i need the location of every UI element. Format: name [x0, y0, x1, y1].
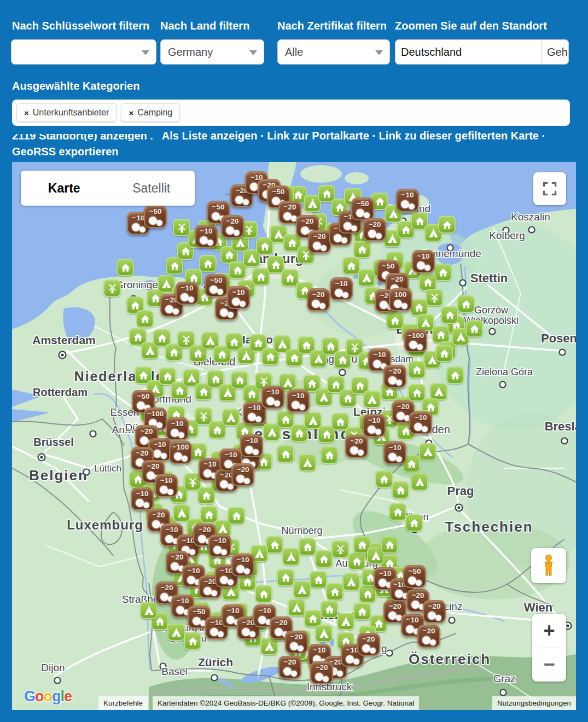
map-cluster-marker[interactable]: ~10 [363, 414, 386, 437]
map-cluster-marker[interactable]: ~50 [403, 565, 426, 588]
map-cluster-marker[interactable]: ~20 [231, 463, 254, 486]
remove-chip-icon[interactable]: × [129, 108, 133, 118]
map-canvas[interactable]: AmsterdamRotterdamNiederlandeAntwerpenBr… [12, 162, 576, 710]
map-marker-house-icon[interactable] [342, 257, 360, 275]
map-marker-windmill-icon[interactable] [173, 219, 190, 236]
map-marker-house-icon[interactable] [321, 446, 338, 464]
map-cluster-marker[interactable]: ~20 [308, 230, 331, 253]
map-cluster-marker[interactable]: ~20 [221, 215, 244, 238]
certificate-filter-select[interactable]: Alle [277, 39, 390, 65]
map-cluster-marker[interactable]: ~10 [155, 474, 178, 497]
zoom-out-button[interactable]: − [532, 648, 566, 682]
map-marker-tent-icon[interactable] [167, 624, 185, 641]
remove-chip-icon[interactable]: × [24, 108, 29, 118]
map-marker-house-icon[interactable] [277, 445, 294, 463]
map-cluster-marker[interactable]: ~50 [351, 197, 374, 220]
map-cluster-marker[interactable]: ~10 [409, 411, 432, 434]
map-marker-windmill-icon[interactable] [426, 289, 443, 306]
map-cluster-marker[interactable]: ~10 [227, 286, 250, 309]
map-marker-house-icon[interactable] [228, 507, 245, 525]
map-cluster-marker[interactable]: ~20 [307, 288, 330, 311]
map-marker-house-icon[interactable] [408, 361, 426, 379]
map-cluster-marker[interactable]: ~20 [357, 633, 380, 656]
map-cluster-marker[interactable]: ~10 [240, 434, 263, 457]
map-marker-house-icon[interactable] [353, 603, 371, 620]
map-marker-house-icon[interactable] [277, 569, 294, 586]
map-cluster-marker[interactable]: ~20 [285, 631, 308, 654]
map-marker-tent-icon[interactable] [282, 548, 300, 566]
map-marker-house-icon[interactable] [184, 632, 201, 650]
map-marker-tent-icon[interactable] [363, 391, 381, 408]
category-chip-unterkunftsanbieter[interactable]: × Unterkunftsanbieter [16, 103, 117, 122]
map-cluster-marker[interactable]: ~20 [383, 365, 406, 388]
map-cluster-marker[interactable]: ~10 [131, 487, 154, 510]
map-marker-house-icon[interactable] [353, 241, 371, 258]
map-marker-house-icon[interactable] [375, 470, 393, 488]
map-cluster-marker[interactable]: ~20 [363, 218, 386, 241]
map-cluster-marker[interactable]: ~100 [404, 329, 427, 352]
map-marker-tent-icon[interactable] [293, 581, 311, 598]
map-marker-tent-icon[interactable] [315, 625, 333, 642]
map-marker-house-icon[interactable] [136, 310, 154, 328]
map-cluster-marker[interactable]: ~10 [383, 441, 406, 464]
map-cluster-marker[interactable]: ~20 [345, 435, 368, 458]
map-cluster-marker[interactable]: ~50 [205, 274, 228, 297]
map-marker-house-icon[interactable] [457, 295, 475, 313]
map-cluster-marker[interactable]: ~10 [396, 189, 419, 212]
map-cluster-marker[interactable]: ~10 [261, 386, 284, 409]
map-marker-windmill-icon[interactable] [331, 540, 349, 558]
map-marker-tent-icon[interactable] [342, 573, 360, 591]
map-cluster-marker[interactable]: ~10 [412, 250, 435, 273]
map-marker-house-icon[interactable] [392, 481, 409, 499]
map-marker-house-icon[interactable] [446, 366, 464, 384]
map-marker-tent-icon[interactable] [140, 602, 158, 619]
map-marker-house-icon[interactable] [299, 538, 316, 556]
map-marker-house-icon[interactable] [434, 264, 452, 281]
map-cluster-marker[interactable]: 100 [389, 288, 412, 311]
map-marker-house-icon[interactable] [465, 320, 483, 337]
map-marker-house-icon[interactable] [310, 571, 327, 589]
map-marker-house-icon[interactable] [315, 550, 333, 568]
terms-of-use-link[interactable]: Nutzungsbedingungen [492, 696, 576, 710]
map-type-karte-button[interactable]: Karte [21, 171, 108, 206]
keyword-filter-select[interactable] [11, 39, 156, 65]
map-marker-house-icon[interactable] [359, 585, 376, 603]
pegman-streetview-button[interactable] [531, 548, 566, 583]
map-marker-house-icon[interactable] [321, 601, 338, 618]
location-search-input[interactable] [395, 40, 541, 64]
map-cluster-marker[interactable]: ~20 [278, 656, 301, 679]
country-filter-select[interactable]: Germany [160, 39, 264, 65]
map-cluster-marker[interactable]: ~20 [423, 600, 446, 623]
map-cluster-marker[interactable]: ~100 [169, 441, 192, 464]
map-cluster-marker[interactable]: ~10 [208, 534, 231, 557]
map-cluster-marker[interactable]: ~10 [330, 277, 353, 300]
map-marker-house-icon[interactable] [266, 536, 283, 554]
map-cluster-marker[interactable]: ~10 [287, 389, 310, 412]
map-marker-house-icon[interactable] [255, 585, 272, 603]
category-chip-camping[interactable]: × Camping [121, 103, 180, 122]
map-marker-house-icon[interactable] [326, 583, 344, 601]
map-marker-house-icon[interactable] [117, 259, 134, 276]
map-marker-house-icon[interactable] [435, 345, 453, 362]
map-marker-house-icon[interactable] [405, 514, 423, 532]
map-marker-house-icon[interactable] [381, 536, 398, 554]
map-cluster-marker[interactable]: ~20 [417, 625, 440, 648]
map-marker-tent-icon[interactable] [337, 613, 354, 630]
map-marker-house-icon[interactable] [386, 312, 404, 329]
map-cluster-marker[interactable]: ~50 [144, 205, 167, 228]
map-cluster-marker[interactable]: ~10 [176, 282, 199, 305]
keyboard-shortcuts-link[interactable]: Kurzbefehle [98, 696, 148, 710]
map-marker-tent-icon[interactable] [299, 454, 316, 471]
map-cluster-marker[interactable]: ~10 [166, 417, 189, 440]
map-marker-house-icon[interactable] [441, 306, 458, 324]
map-marker-house-icon[interactable] [199, 255, 217, 272]
map-marker-house-icon[interactable] [438, 216, 456, 234]
map-marker-tent-icon[interactable] [419, 443, 436, 461]
map-cluster-marker[interactable]: ~10 [195, 225, 218, 248]
map-marker-tent-icon[interactable] [288, 599, 305, 616]
map-marker-house-icon[interactable] [348, 552, 365, 570]
map-marker-house-icon[interactable] [389, 503, 406, 521]
map-cluster-marker[interactable]: ~20 [310, 661, 333, 684]
fullscreen-button[interactable] [533, 172, 566, 205]
map-marker-tent-icon[interactable] [411, 473, 428, 491]
